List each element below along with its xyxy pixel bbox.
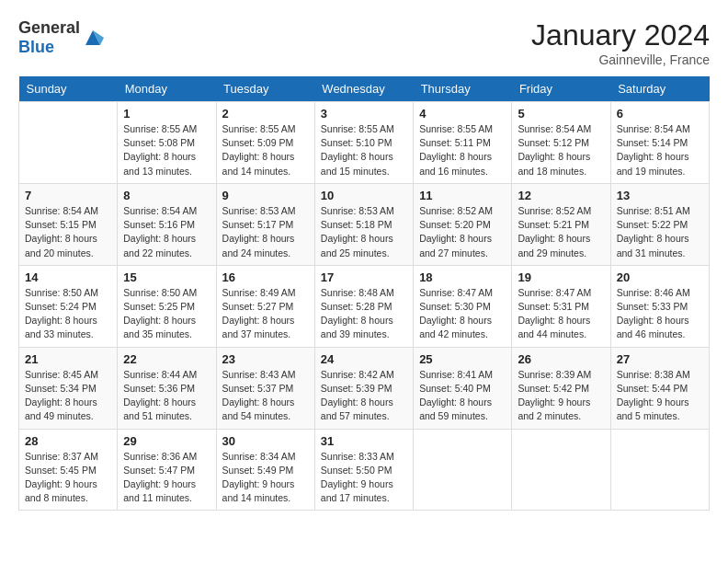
logo: General Blue	[18, 18, 104, 57]
day-info: Sunrise: 8:54 AM Sunset: 5:14 PM Dayligh…	[617, 122, 703, 178]
calendar-day-cell: 31Sunrise: 8:33 AM Sunset: 5:50 PM Dayli…	[314, 429, 413, 511]
day-info: Sunrise: 8:55 AM Sunset: 5:10 PM Dayligh…	[321, 122, 407, 178]
month-year-title: January 2024	[531, 18, 710, 52]
calendar-day-cell: 14Sunrise: 8:50 AM Sunset: 5:24 PM Dayli…	[19, 265, 118, 347]
day-number: 21	[25, 352, 111, 366]
day-info: Sunrise: 8:47 AM Sunset: 5:31 PM Dayligh…	[518, 286, 604, 342]
weekday-header: Sunday	[19, 76, 118, 102]
day-info: Sunrise: 8:55 AM Sunset: 5:09 PM Dayligh…	[222, 122, 309, 178]
calendar-header: SundayMondayTuesdayWednesdayThursdayFrid…	[19, 76, 710, 102]
calendar-day-cell: 12Sunrise: 8:52 AM Sunset: 5:21 PM Dayli…	[512, 183, 610, 265]
day-number: 8	[123, 189, 210, 202]
day-info: Sunrise: 8:37 AM Sunset: 5:45 PM Dayligh…	[25, 450, 111, 506]
calendar-table: SundayMondayTuesdayWednesdayThursdayFrid…	[18, 76, 710, 511]
calendar-day-cell	[414, 429, 512, 511]
logo-text: General Blue	[18, 18, 80, 57]
day-info: Sunrise: 8:50 AM Sunset: 5:25 PM Dayligh…	[123, 286, 210, 342]
day-info: Sunrise: 8:42 AM Sunset: 5:39 PM Dayligh…	[321, 368, 407, 424]
calendar-day-cell: 22Sunrise: 8:44 AM Sunset: 5:36 PM Dayli…	[118, 347, 216, 429]
calendar-day-cell: 16Sunrise: 8:49 AM Sunset: 5:27 PM Dayli…	[216, 265, 314, 347]
calendar-body: 1Sunrise: 8:55 AM Sunset: 5:08 PM Daylig…	[19, 102, 710, 511]
calendar-day-cell: 13Sunrise: 8:51 AM Sunset: 5:22 PM Dayli…	[610, 183, 709, 265]
day-info: Sunrise: 8:49 AM Sunset: 5:27 PM Dayligh…	[222, 286, 309, 342]
calendar-day-cell: 10Sunrise: 8:53 AM Sunset: 5:18 PM Dayli…	[314, 183, 413, 265]
calendar-week-row: 1Sunrise: 8:55 AM Sunset: 5:08 PM Daylig…	[19, 102, 710, 184]
calendar-day-cell: 23Sunrise: 8:43 AM Sunset: 5:37 PM Dayli…	[216, 347, 314, 429]
day-number: 14	[25, 270, 111, 284]
day-info: Sunrise: 8:39 AM Sunset: 5:42 PM Dayligh…	[518, 368, 604, 424]
day-info: Sunrise: 8:55 AM Sunset: 5:08 PM Dayligh…	[123, 122, 210, 178]
day-number: 2	[222, 107, 309, 121]
weekday-header: Saturday	[610, 76, 709, 102]
day-info: Sunrise: 8:54 AM Sunset: 5:15 PM Dayligh…	[25, 204, 111, 260]
day-info: Sunrise: 8:50 AM Sunset: 5:24 PM Dayligh…	[25, 286, 111, 342]
day-number: 5	[518, 107, 604, 121]
location-subtitle: Gainneville, France	[531, 52, 710, 67]
day-number: 30	[222, 434, 309, 448]
day-info: Sunrise: 8:52 AM Sunset: 5:20 PM Dayligh…	[419, 204, 506, 260]
day-number: 20	[617, 270, 703, 284]
calendar-week-row: 7Sunrise: 8:54 AM Sunset: 5:15 PM Daylig…	[19, 183, 710, 265]
day-number: 15	[123, 270, 210, 284]
day-info: Sunrise: 8:52 AM Sunset: 5:21 PM Dayligh…	[518, 204, 604, 260]
calendar-day-cell: 5Sunrise: 8:54 AM Sunset: 5:12 PM Daylig…	[512, 102, 610, 184]
page-header: General Blue January 2024 Gainneville, F…	[18, 18, 710, 67]
day-number: 17	[321, 270, 407, 284]
day-number: 26	[518, 352, 604, 366]
calendar-day-cell: 15Sunrise: 8:50 AM Sunset: 5:25 PM Dayli…	[118, 265, 216, 347]
calendar-day-cell: 4Sunrise: 8:55 AM Sunset: 5:11 PM Daylig…	[414, 102, 512, 184]
day-info: Sunrise: 8:51 AM Sunset: 5:22 PM Dayligh…	[617, 204, 703, 260]
day-number: 1	[123, 107, 210, 121]
calendar-day-cell: 28Sunrise: 8:37 AM Sunset: 5:45 PM Dayli…	[19, 429, 118, 511]
calendar-day-cell: 7Sunrise: 8:54 AM Sunset: 5:15 PM Daylig…	[19, 183, 118, 265]
calendar-day-cell	[610, 429, 709, 511]
day-info: Sunrise: 8:53 AM Sunset: 5:17 PM Dayligh…	[222, 204, 309, 260]
day-number: 19	[518, 270, 604, 284]
day-info: Sunrise: 8:38 AM Sunset: 5:44 PM Dayligh…	[617, 368, 703, 424]
calendar-day-cell: 19Sunrise: 8:47 AM Sunset: 5:31 PM Dayli…	[512, 265, 610, 347]
day-info: Sunrise: 8:46 AM Sunset: 5:33 PM Dayligh…	[617, 286, 703, 342]
weekday-row: SundayMondayTuesdayWednesdayThursdayFrid…	[19, 76, 710, 102]
day-info: Sunrise: 8:43 AM Sunset: 5:37 PM Dayligh…	[222, 368, 309, 424]
calendar-day-cell: 27Sunrise: 8:38 AM Sunset: 5:44 PM Dayli…	[610, 347, 709, 429]
day-number: 18	[419, 270, 506, 284]
calendar-week-row: 14Sunrise: 8:50 AM Sunset: 5:24 PM Dayli…	[19, 265, 710, 347]
calendar-day-cell: 21Sunrise: 8:45 AM Sunset: 5:34 PM Dayli…	[19, 347, 118, 429]
day-number: 24	[321, 352, 407, 366]
day-info: Sunrise: 8:36 AM Sunset: 5:47 PM Dayligh…	[123, 450, 210, 506]
day-info: Sunrise: 8:41 AM Sunset: 5:40 PM Dayligh…	[419, 368, 506, 424]
calendar-day-cell	[512, 429, 610, 511]
weekday-header: Thursday	[414, 76, 512, 102]
day-info: Sunrise: 8:45 AM Sunset: 5:34 PM Dayligh…	[25, 368, 111, 424]
calendar-day-cell: 6Sunrise: 8:54 AM Sunset: 5:14 PM Daylig…	[610, 102, 709, 184]
calendar-day-cell: 29Sunrise: 8:36 AM Sunset: 5:47 PM Dayli…	[118, 429, 216, 511]
day-number: 13	[617, 189, 703, 202]
calendar-week-row: 21Sunrise: 8:45 AM Sunset: 5:34 PM Dayli…	[19, 347, 710, 429]
calendar-day-cell: 2Sunrise: 8:55 AM Sunset: 5:09 PM Daylig…	[216, 102, 314, 184]
calendar-day-cell	[19, 102, 118, 184]
day-info: Sunrise: 8:34 AM Sunset: 5:49 PM Dayligh…	[222, 450, 309, 506]
day-number: 12	[518, 189, 604, 202]
day-number: 16	[222, 270, 309, 284]
calendar-day-cell: 3Sunrise: 8:55 AM Sunset: 5:10 PM Daylig…	[314, 102, 413, 184]
day-number: 27	[617, 352, 703, 366]
calendar-day-cell: 17Sunrise: 8:48 AM Sunset: 5:28 PM Dayli…	[314, 265, 413, 347]
logo-icon	[82, 27, 104, 49]
day-info: Sunrise: 8:53 AM Sunset: 5:18 PM Dayligh…	[321, 204, 407, 260]
day-number: 9	[222, 189, 309, 202]
day-number: 4	[419, 107, 506, 121]
day-number: 23	[222, 352, 309, 366]
day-info: Sunrise: 8:47 AM Sunset: 5:30 PM Dayligh…	[419, 286, 506, 342]
day-info: Sunrise: 8:55 AM Sunset: 5:11 PM Dayligh…	[419, 122, 506, 178]
calendar-day-cell: 24Sunrise: 8:42 AM Sunset: 5:39 PM Dayli…	[314, 347, 413, 429]
day-number: 31	[321, 434, 407, 448]
weekday-header: Monday	[118, 76, 216, 102]
day-number: 10	[321, 189, 407, 202]
calendar-day-cell: 20Sunrise: 8:46 AM Sunset: 5:33 PM Dayli…	[610, 265, 709, 347]
day-number: 25	[419, 352, 506, 366]
calendar-day-cell: 25Sunrise: 8:41 AM Sunset: 5:40 PM Dayli…	[414, 347, 512, 429]
day-info: Sunrise: 8:54 AM Sunset: 5:16 PM Dayligh…	[123, 204, 210, 260]
calendar-week-row: 28Sunrise: 8:37 AM Sunset: 5:45 PM Dayli…	[19, 429, 710, 511]
day-info: Sunrise: 8:48 AM Sunset: 5:28 PM Dayligh…	[321, 286, 407, 342]
day-number: 22	[123, 352, 210, 366]
